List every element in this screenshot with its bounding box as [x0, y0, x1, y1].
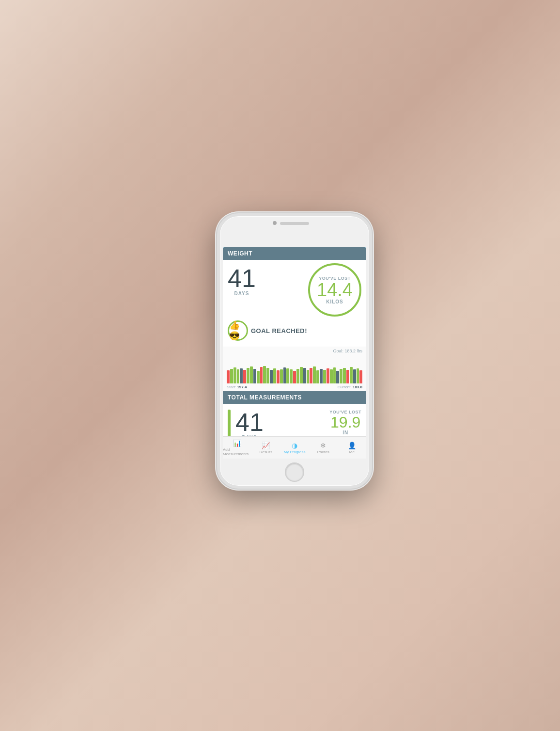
weight-bar	[307, 370, 310, 383]
green-bar-indicator	[228, 410, 231, 436]
weight-bar	[227, 370, 230, 383]
phone-speaker	[280, 222, 309, 225]
measurements-days: 41 DAYS	[235, 410, 264, 436]
weight-bar	[253, 369, 256, 383]
weight-bar	[310, 368, 312, 383]
my-progress-label: My Progress	[284, 450, 306, 454]
weight-bar	[260, 367, 263, 383]
weight-bar	[323, 370, 326, 383]
add-measurements-icon: 📊	[233, 439, 241, 447]
meas-lost-number: 19.9	[329, 414, 361, 430]
add-measurements-label: Add Measurements	[223, 447, 251, 456]
photos-label: Photos	[317, 450, 329, 454]
phone-screen: Carrier ▲ 2:50 PM My Progress ⬆	[223, 247, 366, 459]
screen-content[interactable]: WEIGHT 41 DAYS YOU'VE LOST	[223, 247, 366, 436]
weight-bar	[286, 368, 289, 383]
weight-bar	[263, 366, 266, 383]
weight-bar	[243, 370, 246, 383]
measurements-header-text: TOTAL MEASUREMENTS	[228, 394, 302, 401]
tab-bar: 📊 Add Measurements 📈 Results ◑ My Progre…	[223, 436, 366, 459]
weight-current-label: Current: 183.0	[338, 385, 362, 389]
weight-lost-number: 14.4	[317, 281, 353, 299]
weight-bar	[266, 368, 269, 383]
weight-bar	[327, 368, 329, 383]
weight-bar	[270, 370, 273, 383]
weight-chart-area: Goal: 183.2 lbs Start: 197.4 Current: 18…	[223, 347, 366, 391]
weight-lost-bottom-label: KILOS	[326, 299, 343, 304]
weight-content: 41 DAYS YOU'VE LOST 14.4 KILOS	[223, 260, 366, 347]
weight-bar	[290, 369, 293, 383]
weight-goal-line: Goal: 183.2 lbs	[227, 349, 362, 353]
measurements-section-header: TOTAL MEASUREMENTS	[223, 391, 366, 404]
weight-bar	[230, 369, 233, 383]
results-icon: 📈	[262, 442, 270, 449]
phone-frame: Carrier ▲ 2:50 PM My Progress ⬆	[217, 213, 372, 489]
weight-bar	[330, 369, 333, 383]
weight-bar	[280, 369, 283, 383]
weight-bar	[357, 368, 359, 383]
tab-photos[interactable]: ❄ Photos	[309, 437, 338, 459]
measurements-days-number: 41	[235, 410, 264, 435]
weight-chart-labels: Start: 197.4 Current: 183.0	[227, 385, 362, 389]
weight-start-label: Start: 197.4	[227, 385, 247, 389]
weight-bar	[333, 367, 336, 383]
measurements-lost: YOU'VE LOST 19.9 IN	[329, 410, 361, 435]
weight-bar	[340, 369, 342, 383]
weight-bar	[296, 369, 299, 383]
phone-device: Carrier ▲ 2:50 PM My Progress ⬆	[217, 213, 372, 489]
home-button[interactable]	[285, 462, 304, 482]
weight-bar	[346, 370, 349, 383]
weight-bar	[313, 366, 316, 383]
weight-bar	[359, 370, 362, 383]
weight-bar	[283, 367, 286, 383]
weight-bar	[300, 367, 303, 383]
goal-emoji: 👍😎	[228, 320, 248, 341]
weight-bar	[237, 369, 240, 383]
weight-header-text: WEIGHT	[228, 250, 252, 257]
goal-text: GOAL REACHED!	[251, 327, 307, 334]
tab-results[interactable]: 📈 Results	[251, 437, 280, 459]
weight-bar-chart	[227, 354, 362, 383]
weight-days-number: 41	[228, 266, 256, 291]
weight-stats: 41 DAYS YOU'VE LOST 14.4 KILOS	[228, 266, 361, 317]
weight-bar	[343, 368, 346, 383]
weight-bar	[250, 366, 253, 383]
goal-reached-row: 👍😎 GOAL REACHED!	[228, 320, 361, 341]
weight-bar	[316, 370, 319, 383]
results-label: Results	[259, 450, 272, 454]
tab-add-measurements[interactable]: 📊 Add Measurements	[223, 437, 251, 459]
weight-bar	[277, 370, 280, 383]
photos-icon: ❄	[320, 442, 326, 449]
measurements-stats: 41 DAYS YOU'VE LOST 19.9 IN	[223, 404, 366, 436]
weight-bar	[240, 368, 243, 383]
measurements-right: 41 DAYS YOU'VE LOST 19.9 IN	[235, 410, 361, 436]
me-icon: 👤	[348, 442, 356, 449]
weight-bar	[350, 367, 353, 383]
measurements-content: 41 DAYS YOU'VE LOST 19.9 IN	[223, 404, 366, 436]
weight-lost-circle: YOU'VE LOST 14.4 KILOS	[308, 263, 361, 317]
my-progress-icon: ◑	[292, 442, 297, 449]
weight-bar	[273, 368, 276, 383]
weight-bar	[257, 371, 260, 383]
phone-camera	[273, 221, 277, 225]
tab-my-progress[interactable]: ◑ My Progress	[280, 437, 309, 459]
weight-bar	[320, 369, 323, 383]
weight-bar	[293, 371, 296, 383]
weight-bar	[303, 368, 306, 383]
weight-days: 41 DAYS	[228, 266, 256, 296]
me-label: Me	[349, 450, 355, 454]
tab-me[interactable]: 👤 Me	[338, 437, 366, 459]
weight-section-header: WEIGHT	[223, 247, 366, 260]
weight-bar	[233, 367, 236, 383]
weight-bar	[336, 371, 339, 383]
weight-bar	[247, 368, 249, 383]
weight-bar	[353, 369, 356, 383]
